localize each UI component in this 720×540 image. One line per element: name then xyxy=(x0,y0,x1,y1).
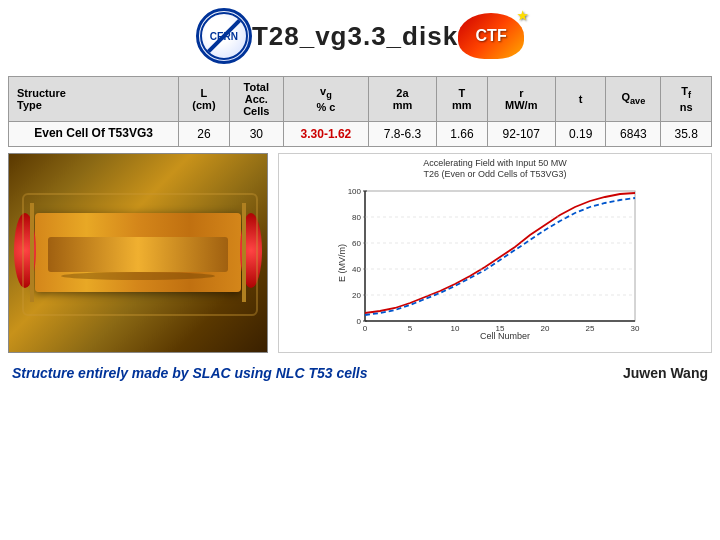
structure-photo xyxy=(8,153,268,353)
cell-2a: 7.8-6.3 xyxy=(368,122,436,147)
page-title: T28_vg3.3_disk xyxy=(252,21,458,52)
page-header: CERN T28_vg3.3_disk CTF ★ xyxy=(0,0,720,72)
svg-text:25: 25 xyxy=(586,324,595,333)
svg-text:20: 20 xyxy=(352,291,361,300)
cell-structure-type: Even Cell Of T53VG3 xyxy=(9,122,179,147)
col-header-structure-type: StructureType xyxy=(9,77,179,122)
x-axis-label: Cell Number xyxy=(480,331,530,341)
col-header-2a: 2amm xyxy=(368,77,436,122)
col-header-Tf: Tfns xyxy=(661,77,712,122)
svg-text:60: 60 xyxy=(352,239,361,248)
structure-data-table: StructureType L(cm) TotalAcc.Cells vg% c… xyxy=(8,76,712,147)
col-header-Qave: Qave xyxy=(606,77,661,122)
page-footer: Structure entirely made by SLAC using NL… xyxy=(0,359,720,385)
svg-text:100: 100 xyxy=(348,187,362,196)
chart-title: Accelerating Field with Input 50 MW T26 … xyxy=(283,158,707,181)
chart-svg: E (MV/m) Cell Number 0 20 40 60 80 100 0… xyxy=(283,183,707,343)
cell-Tf: 35.8 xyxy=(661,122,712,147)
cell-total-acc-cells: 30 xyxy=(229,122,283,147)
svg-text:5: 5 xyxy=(408,324,413,333)
footer-author: Juwen Wang xyxy=(623,365,708,381)
svg-text:0: 0 xyxy=(357,317,362,326)
svg-text:15: 15 xyxy=(496,324,505,333)
table-header-row: StructureType L(cm) TotalAcc.Cells vg% c… xyxy=(9,77,712,122)
cell-T: 1.66 xyxy=(437,122,488,147)
end-cap-left xyxy=(14,213,36,288)
chart-plot-area: E (MV/m) Cell Number 0 20 40 60 80 100 0… xyxy=(283,183,707,343)
cell-t: 0.19 xyxy=(555,122,606,147)
svg-text:10: 10 xyxy=(451,324,460,333)
cell-Qave: 6843 xyxy=(606,122,661,147)
main-content-area: Accelerating Field with Input 50 MW T26 … xyxy=(0,153,720,353)
cern-logo-icon: CERN xyxy=(196,8,252,64)
svg-text:20: 20 xyxy=(541,324,550,333)
col-header-total-acc-cells: TotalAcc.Cells xyxy=(229,77,283,122)
col-header-r: rMW/m xyxy=(487,77,555,122)
cell-vg: 3.30-1.62 xyxy=(283,122,368,147)
col-header-vg: vg% c xyxy=(283,77,368,122)
svg-text:80: 80 xyxy=(352,213,361,222)
ctf-logo-icon: CTF ★ xyxy=(458,13,524,59)
table-row: Even Cell Of T53VG3 26 30 3.30-1.62 7.8-… xyxy=(9,122,712,147)
photo-simulation xyxy=(9,154,267,352)
cell-L: 26 xyxy=(179,122,229,147)
data-table-container: StructureType L(cm) TotalAcc.Cells vg% c… xyxy=(0,76,720,147)
y-axis-label: E (MV/m) xyxy=(337,244,347,282)
col-header-t: t xyxy=(555,77,606,122)
cell-r: 92-107 xyxy=(487,122,555,147)
star-icon: ★ xyxy=(517,9,528,23)
col-header-T: Tmm xyxy=(437,77,488,122)
end-cap-right xyxy=(240,213,262,288)
col-header-L: L(cm) xyxy=(179,77,229,122)
svg-text:40: 40 xyxy=(352,265,361,274)
footer-text: Structure entirely made by SLAC using NL… xyxy=(12,365,368,381)
svg-text:0: 0 xyxy=(363,324,368,333)
accelerating-field-chart: Accelerating Field with Input 50 MW T26 … xyxy=(278,153,712,353)
svg-text:30: 30 xyxy=(631,324,640,333)
